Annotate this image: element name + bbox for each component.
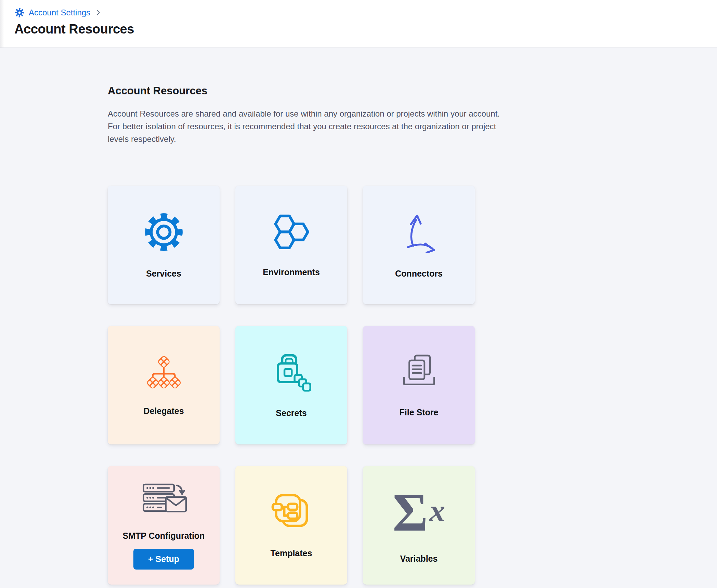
sigma-x-icon: Σ x [393,487,445,538]
description-line: levels respectively. [108,133,717,145]
section-description: Account Resources are shared and availab… [108,107,717,145]
resource-card-grid: Services Environments [108,186,717,585]
card-label: Delegates [143,406,184,416]
breadcrumb[interactable]: Account Settings [14,8,102,18]
hexagons-icon [270,213,313,252]
smtp-setup-button[interactable]: + Setup [133,549,194,570]
card-label: Services [146,269,181,279]
description-line: For better isolation of resources, it is… [108,120,717,133]
split-arrows-icon [398,211,440,253]
section-heading: Account Resources [108,85,717,97]
main-content: Account Resources Account Resources are … [0,48,717,585]
documents-tray-icon [399,353,440,392]
top-header: Account Settings Account Resources [0,0,717,48]
delegates-hierarchy-icon [143,355,184,390]
templates-stack-icon [271,492,312,533]
card-label: Variables [400,554,438,564]
mail-server-icon [140,481,188,516]
card-label: SMTP Configuration [123,531,205,541]
card-label: Connectors [395,269,443,279]
card-delegates[interactable]: Delegates [108,326,220,444]
card-variables[interactable]: Σ x Variables [363,466,475,585]
chevron-right-icon [94,9,102,16]
gear-icon [143,211,185,253]
card-environments[interactable]: Environments [235,186,347,304]
page-title: Account Resources [14,22,717,37]
account-settings-gear-icon [14,8,25,18]
card-label: Secrets [276,408,307,418]
card-label: Templates [271,548,312,558]
left-edge-strip [0,0,4,48]
card-label: File Store [400,407,439,417]
card-label: Environments [263,267,320,277]
lock-chain-icon [271,352,312,392]
card-smtp-configuration[interactable]: SMTP Configuration + Setup [108,466,220,585]
card-file-store[interactable]: File Store [363,326,475,444]
card-connectors[interactable]: Connectors [363,186,475,304]
card-secrets[interactable]: Secrets [235,326,347,444]
description-line: Account Resources are shared and availab… [108,107,717,120]
card-templates[interactable]: Templates [235,466,347,585]
breadcrumb-account-settings-link[interactable]: Account Settings [29,8,90,17]
card-services[interactable]: Services [108,186,220,304]
